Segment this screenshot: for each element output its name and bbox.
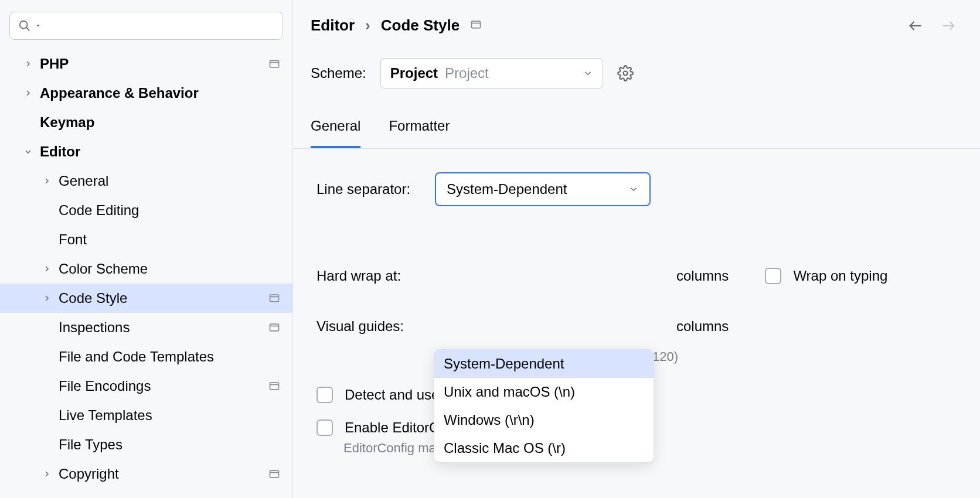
tree-item-label: PHP — [40, 56, 263, 72]
chevron-icon — [40, 469, 54, 479]
chevron-icon — [40, 176, 54, 186]
line-separator-select[interactable]: System-Dependent — [435, 172, 651, 206]
breadcrumb-current: Code Style — [381, 16, 460, 35]
search-wrap — [0, 12, 292, 49]
tab-formatter[interactable]: Formatter — [389, 118, 450, 148]
tree-item[interactable]: Color Scheme — [0, 254, 292, 284]
scheme-actions-button[interactable] — [617, 65, 634, 81]
breadcrumb-row: Editor › Code Style — [293, 0, 980, 40]
scheme-value: Project — [390, 65, 438, 81]
detect-indents-checkbox[interactable] — [317, 387, 333, 403]
tab-general[interactable]: General — [311, 118, 360, 148]
svg-point-0 — [20, 21, 28, 29]
tree-item[interactable]: PHP — [0, 49, 292, 79]
line-separator-row: Line separator: System-Dependent — [317, 172, 962, 206]
chevron-icon — [21, 59, 35, 69]
tree-item[interactable]: Code Style — [0, 284, 292, 313]
visual-guides-row: Visual guides: columns — [317, 309, 962, 343]
svg-point-16 — [623, 71, 627, 76]
tree-item[interactable]: Keymap — [0, 108, 292, 137]
line-separator-label: Line separator: — [317, 181, 423, 197]
tree-item[interactable]: Live Templates — [0, 401, 292, 430]
dropdown-item[interactable]: Classic Mac OS (\r) — [434, 434, 654, 462]
tree-item-label: File and Code Templates — [59, 349, 281, 365]
hard-wrap-unit: columns — [676, 268, 729, 284]
chevron-down-icon — [628, 184, 639, 195]
tree-item[interactable]: File Types — [0, 430, 292, 459]
svg-rect-12 — [472, 21, 481, 28]
svg-rect-4 — [270, 295, 279, 302]
svg-rect-6 — [270, 324, 279, 331]
svg-rect-8 — [270, 383, 279, 390]
tree-item[interactable]: General — [0, 166, 292, 196]
window-icon — [268, 380, 281, 393]
dropdown-item[interactable]: Windows (\r\n) — [434, 406, 654, 434]
tree-item-label: Code Editing — [59, 202, 281, 219]
svg-line-1 — [26, 28, 30, 31]
settings-window: PHPAppearance & BehaviorKeymapEditorGene… — [0, 0, 980, 498]
tree-item-label: Live Templates — [59, 407, 281, 424]
svg-rect-10 — [270, 470, 279, 477]
tree-item-label: Editor — [40, 144, 281, 160]
hard-wrap-label: Hard wrap at: — [317, 268, 423, 284]
line-separator-dropdown[interactable]: System-DependentUnix and macOS (\n)Windo… — [434, 349, 654, 463]
hard-wrap-row: Hard wrap at: columns Wrap on typing — [317, 259, 962, 293]
dropdown-item[interactable]: System-Dependent — [434, 350, 654, 378]
tree-item[interactable]: File Encodings — [0, 371, 292, 401]
chevron-icon — [40, 294, 54, 303]
window-icon — [268, 321, 281, 334]
scheme-label: Scheme: — [311, 65, 366, 81]
tree-item-label: File Encodings — [59, 378, 263, 394]
tree-item-label: Copyright — [59, 466, 263, 482]
tabs: General Formatter — [293, 94, 980, 149]
window-icon — [268, 292, 281, 305]
scheme-select[interactable]: Project Project — [380, 58, 603, 88]
tree-item[interactable]: File and Code Templates — [0, 342, 292, 371]
tree-item-label: General — [59, 173, 281, 189]
tree-item[interactable]: Inspections — [0, 313, 292, 342]
tree-item[interactable]: Code Editing — [0, 196, 292, 225]
search-input[interactable] — [9, 12, 283, 40]
svg-rect-2 — [270, 60, 279, 67]
back-button[interactable] — [907, 18, 924, 34]
settings-tree: PHPAppearance & BehaviorKeymapEditorGene… — [0, 49, 292, 489]
gear-icon — [617, 65, 634, 81]
tree-item[interactable]: Editor — [0, 137, 292, 166]
window-icon — [268, 468, 281, 480]
tree-item-label: Inspections — [59, 319, 263, 336]
dropdown-item[interactable]: Unix and macOS (\n) — [434, 378, 654, 406]
chevron-down-icon — [35, 22, 42, 29]
chevron-icon — [21, 88, 35, 98]
scheme-subtitle: Project — [445, 65, 489, 81]
tree-item[interactable]: Copyright — [0, 459, 292, 489]
breadcrumb-separator: › — [365, 16, 370, 35]
visual-guides-label: Visual guides: — [317, 318, 423, 335]
forward-button[interactable] — [940, 18, 957, 34]
tree-item-label: Font — [59, 231, 281, 248]
tree-item[interactable]: Font — [0, 225, 292, 254]
breadcrumb: Editor › Code Style — [311, 16, 482, 35]
tree-item-label: File Types — [59, 436, 281, 453]
line-separator-value: System-Dependent — [447, 181, 567, 197]
wrap-on-typing-checkbox[interactable] — [765, 268, 781, 284]
sidebar: PHPAppearance & BehaviorKeymapEditorGene… — [0, 0, 293, 498]
wrap-on-typing-label: Wrap on typing — [793, 268, 887, 284]
visual-guides-unit: columns — [676, 318, 729, 335]
chevron-icon — [21, 147, 35, 156]
search-field[interactable] — [45, 18, 274, 33]
tree-item-label: Keymap — [40, 114, 281, 131]
main-panel: Editor › Code Style Scheme: Project Proj… — [293, 0, 980, 498]
form: Line separator: System-Dependent Hard wr… — [293, 149, 980, 456]
scheme-row: Scheme: Project Project — [293, 40, 980, 94]
window-icon — [268, 57, 281, 70]
editorconfig-checkbox[interactable] — [317, 419, 333, 436]
window-icon — [470, 16, 482, 35]
breadcrumb-nav — [907, 18, 962, 34]
tree-item-label: Appearance & Behavior — [40, 85, 281, 101]
tree-item-label: Code Style — [59, 290, 263, 306]
tree-item[interactable]: Appearance & Behavior — [0, 79, 292, 108]
search-icon — [18, 19, 31, 32]
chevron-down-icon — [583, 68, 593, 79]
tree-item-label: Color Scheme — [59, 261, 281, 277]
breadcrumb-parent[interactable]: Editor — [311, 16, 355, 35]
